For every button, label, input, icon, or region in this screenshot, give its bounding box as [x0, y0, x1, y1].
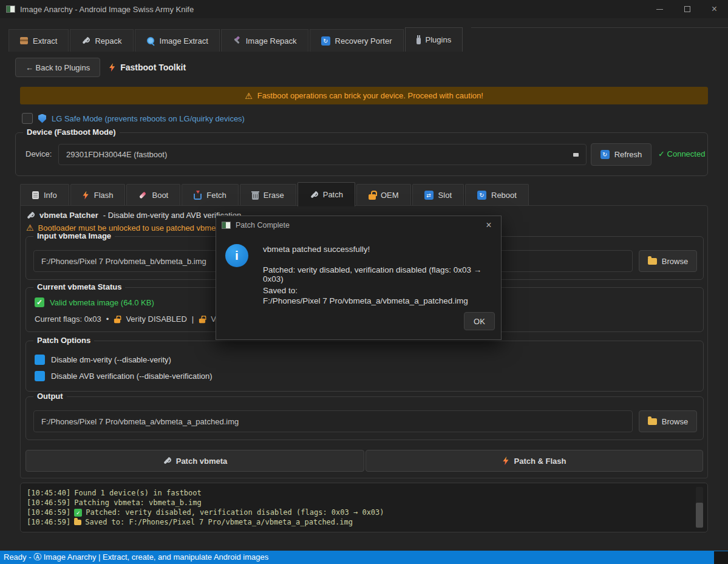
vbmeta-patcher-title: vbmeta Patcher: [39, 211, 98, 220]
subtab-slot[interactable]: Slot: [412, 184, 464, 206]
check-icon: ✓: [658, 149, 665, 158]
vbmeta-valid-text: Valid vbmeta image (64.0 KB): [50, 298, 154, 307]
output-browse-button[interactable]: Browse: [639, 410, 697, 432]
option-disable-verity: Disable dm-verity (--disable-verity): [35, 355, 171, 365]
dialog-close-button[interactable]: ×: [477, 216, 501, 234]
ok-button[interactable]: OK: [464, 312, 495, 330]
package-icon: [20, 37, 28, 44]
folder-icon: [648, 258, 657, 265]
patch-vbmeta-button[interactable]: Patch vbmeta: [26, 450, 364, 472]
dialog-message-line4: F:/Phones/Pixel 7 Pro/vbmeta_a/vbmeta_a_…: [263, 296, 468, 305]
lg-safe-mode-label: LG Safe Mode (prevents reboots on LG/qui…: [52, 114, 245, 123]
lightning-icon: [503, 457, 509, 465]
close-button[interactable]: ×: [701, 0, 728, 18]
browse-label: Browse: [662, 417, 688, 426]
dialog-message-line1: vbmeta patched successfully!: [263, 245, 370, 254]
disable-verification-checkbox[interactable]: [35, 371, 45, 381]
browse-label: Browse: [662, 257, 688, 266]
folder-icon: [648, 418, 657, 425]
subtab-erase[interactable]: Erase: [240, 184, 296, 206]
unlock-icon: [369, 194, 376, 200]
back-to-plugins-button[interactable]: ← Back to Plugins: [15, 58, 100, 77]
tab-label: Repack: [95, 36, 121, 46]
dropdown-arrow-icon: [573, 153, 579, 157]
connection-status: ✓ Connected: [658, 149, 705, 158]
output-path-field[interactable]: [33, 410, 633, 432]
wrench-icon: [163, 457, 171, 465]
subtab-flash[interactable]: Flash: [70, 184, 126, 206]
tab-image-repack[interactable]: Image Repack: [221, 29, 308, 52]
dialog-title-bar: Patch Complete: [216, 216, 501, 234]
device-select[interactable]: 29301FDH30044E (fastboot): [58, 144, 587, 165]
tab-extract[interactable]: Extract: [9, 29, 69, 52]
subtab-patch[interactable]: Patch: [298, 182, 355, 206]
warning-icon: ⚠: [26, 223, 34, 233]
tab-repack[interactable]: Repack: [70, 29, 133, 52]
subtab-info[interactable]: Info: [20, 184, 69, 206]
log-text: Patched: verity disabled, verification d…: [86, 508, 384, 517]
scrollbar-thumb[interactable]: [696, 503, 703, 528]
subtab-label: Boot: [152, 191, 168, 200]
subtab-label: Patch: [323, 190, 343, 199]
tab-label: Image Extract: [160, 36, 208, 46]
main-tab-bar: Extract Repack Image Extract Image Repac…: [9, 27, 728, 52]
disable-verity-checkbox[interactable]: [35, 355, 45, 365]
check-square-icon: [35, 297, 44, 307]
log-text: Patching vbmeta: vbmeta_b.img: [74, 498, 202, 508]
wrench-icon: [26, 211, 35, 220]
app-icon: [6, 5, 15, 13]
rocket-icon: [138, 191, 147, 200]
log-time: [10:46:59]: [27, 498, 70, 508]
unlock-icon: [199, 319, 205, 324]
tab-recovery-porter[interactable]: Recovery Porter: [310, 29, 404, 52]
subtab-label: Reboot: [491, 191, 517, 200]
resize-grip[interactable]: [714, 551, 728, 564]
patch-vbmeta-label: Patch vbmeta: [176, 457, 228, 466]
subtab-label: Info: [44, 191, 57, 200]
pipe-separator: |: [192, 314, 194, 324]
log-line: [10:46:59] Saved to: F:/Phones/Pixel 7 P…: [27, 517, 692, 527]
log-console: [10:45:40] Found 1 device(s) in fastboot…: [20, 483, 708, 532]
device-label: Device:: [26, 149, 52, 158]
subtab-fetch[interactable]: Fetch: [182, 184, 239, 206]
unlock-icon: [114, 319, 120, 324]
lightning-icon: [109, 63, 115, 72]
tab-label: Plugins: [426, 35, 452, 44]
patch-and-flash-button[interactable]: Patch & Flash: [366, 450, 703, 472]
tab-label: Recovery Porter: [335, 36, 392, 46]
wrench-icon: [81, 36, 90, 45]
trash-icon: [252, 192, 259, 200]
maximize-button[interactable]: [673, 0, 701, 18]
tab-label: Image Repack: [246, 36, 297, 46]
status-bar-text: Ready - Ⓐ Image Anarchy | Extract, creat…: [4, 552, 268, 563]
minimize-button[interactable]: [646, 0, 673, 18]
tab-plugins[interactable]: Plugins: [405, 27, 463, 52]
refresh-button[interactable]: Refresh: [591, 143, 651, 166]
check-square-icon: [74, 509, 82, 517]
window-title: Image Anarchy - Android Image Swiss Army…: [20, 5, 194, 14]
subtab-reboot[interactable]: Reboot: [465, 184, 529, 206]
folder-icon: [74, 520, 81, 525]
device-select-value: 29301FDH30044E (fastboot): [66, 150, 167, 159]
log-time: [10:46:59]: [27, 508, 70, 517]
title-bar: Image Anarchy - Android Image Swiss Army…: [0, 0, 728, 18]
dialog-message-line3: Saved to:: [263, 286, 298, 295]
patch-and-flash-label: Patch & Flash: [514, 457, 566, 466]
input-browse-button[interactable]: Browse: [639, 250, 697, 272]
subtab-label: Fetch: [206, 191, 226, 200]
ok-label: OK: [474, 317, 485, 326]
subtab-oem[interactable]: OEM: [356, 184, 411, 206]
log-time: [10:46:59]: [27, 517, 70, 527]
subtab-boot[interactable]: Boot: [126, 184, 180, 206]
status-group-legend: Current vbmeta Status: [33, 282, 125, 291]
lg-safe-mode-checkbox[interactable]: [22, 113, 33, 124]
recovery-disc-icon: [321, 36, 330, 46]
subtab-label: Flash: [94, 191, 114, 200]
tab-image-extract[interactable]: Image Extract: [135, 29, 220, 52]
inbox-icon: [194, 194, 202, 200]
warning-banner-text: Fastboot operations can brick your devic…: [257, 91, 483, 100]
tabbar-divider: [471, 27, 728, 28]
vbmeta-valid-line: Valid vbmeta image (64.0 KB): [35, 297, 154, 307]
log-scrollbar[interactable]: [696, 487, 703, 528]
warning-banner: ⚠ Fastboot operations can brick your dev…: [20, 87, 708, 104]
